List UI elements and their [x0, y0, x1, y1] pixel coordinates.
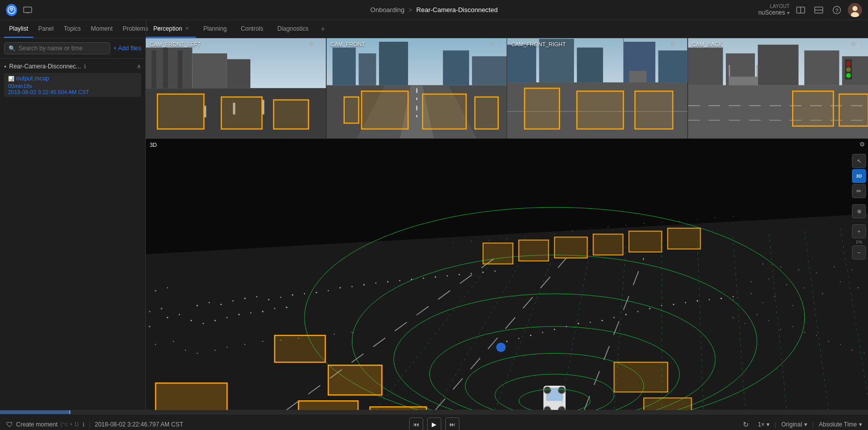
timeline-area[interactable]: [0, 410, 868, 414]
svg-point-144: [649, 308, 650, 309]
svg-point-134: [197, 353, 198, 354]
svg-point-81: [197, 305, 198, 306]
cam-back-settings-icon[interactable]: ⚙: [850, 40, 856, 48]
svg-point-235: [786, 284, 788, 286]
cam-menu-icon[interactable]: ⋮: [317, 40, 323, 48]
svg-rect-186: [554, 237, 587, 257]
playback-speed-control[interactable]: 1× ▾: [758, 421, 770, 428]
collapse-icon[interactable]: ∧: [137, 63, 141, 70]
create-moment-btn[interactable]: 🛡 Create moment (⌥ + 1): [6, 420, 78, 428]
cursor-tool-btn[interactable]: ↖: [852, 154, 866, 168]
svg-rect-21: [163, 48, 168, 89]
svg-point-265: [524, 236, 525, 237]
svg-point-124: [577, 323, 579, 324]
skip-back-btn[interactable]: ⏮: [409, 417, 423, 431]
cam-back-menu-icon[interactable]: ⋮: [858, 40, 865, 48]
svg-rect-59: [577, 91, 624, 129]
cam-front-menu-icon[interactable]: ⋮: [497, 40, 504, 48]
svg-rect-184: [483, 243, 513, 264]
layout-mode-2-icon[interactable]: [812, 3, 826, 17]
svg-point-84: [232, 300, 233, 301]
tab-controls[interactable]: Controls: [234, 20, 270, 38]
content-area: CAM_FRONT_LEFT ⚙ ⋮: [146, 38, 868, 410]
svg-point-231: [774, 296, 776, 298]
zoom-out-btn[interactable]: −: [852, 245, 866, 260]
tab-perception[interactable]: Perception ✕: [146, 20, 196, 38]
layout-mode-1-icon[interactable]: [794, 3, 808, 17]
svg-point-263: [715, 217, 716, 218]
cam-front-right-label: CAM_FRONT_RIGHT: [511, 41, 566, 47]
svg-point-255: [571, 230, 573, 232]
loop-icon[interactable]: ↻: [739, 417, 753, 431]
svg-point-232: [792, 305, 793, 306]
color-mode-select[interactable]: Original ▾: [781, 421, 807, 428]
play-pause-btn[interactable]: ▶: [427, 417, 441, 431]
screen-icon[interactable]: [21, 3, 34, 17]
svg-point-105: [351, 286, 352, 287]
camera-panel-front-left: CAM_FRONT_LEFT ⚙ ⋮: [146, 38, 327, 138]
view-3d-settings-icon[interactable]: ⚙: [859, 141, 865, 148]
svg-point-259: [643, 223, 645, 224]
svg-point-86: [256, 296, 257, 297]
search-input[interactable]: [19, 45, 106, 52]
cam-settings-icon[interactable]: ⚙: [309, 40, 315, 48]
layout-chevron-icon[interactable]: ▾: [787, 10, 790, 16]
right-toolbar: ↖ 3D ✏ ⊕ + 1% −: [852, 154, 866, 260]
svg-point-148: [697, 300, 698, 302]
target-tool-btn[interactable]: ⊕: [852, 204, 866, 218]
svg-point-119: [518, 338, 519, 339]
svg-point-12: [852, 6, 857, 11]
app-logo[interactable]: [6, 4, 17, 16]
info-circle-icon[interactable]: ℹ: [84, 63, 86, 70]
layout-label: LAYOUT: [770, 4, 790, 9]
layout-dropdown[interactable]: nuScenes ▾: [758, 9, 790, 16]
breadcrumb-parent[interactable]: Onboarding: [370, 6, 405, 14]
svg-point-149: [709, 299, 710, 300]
tab-planning[interactable]: Planning: [196, 20, 234, 38]
pencil-tool-btn[interactable]: ✏: [852, 184, 866, 198]
user-avatar[interactable]: [848, 3, 862, 17]
svg-point-133: [185, 350, 186, 351]
svg-point-230: [762, 302, 763, 303]
time-mode-select[interactable]: Absolute Time ▾: [819, 421, 862, 428]
cam-front-img: [327, 38, 507, 138]
svg-point-92: [328, 290, 329, 291]
tab-panel[interactable]: Panel: [33, 20, 59, 38]
breadcrumb-separator: >: [409, 6, 413, 14]
svg-point-157: [167, 287, 168, 289]
tab-playlist[interactable]: Playlist: [4, 20, 33, 38]
tab-diagnostics[interactable]: Diagnostics: [270, 20, 316, 38]
perception-tab-close[interactable]: ✕: [185, 26, 189, 31]
tab-topics[interactable]: Topics: [59, 20, 86, 38]
svg-rect-69: [756, 65, 757, 76]
cam-front-right-settings-icon[interactable]: ⚙: [670, 40, 676, 48]
skip-forward-btn[interactable]: ⏭: [445, 417, 459, 431]
3d-tool-btn[interactable]: 3D: [852, 169, 866, 183]
svg-rect-37: [472, 56, 507, 85]
svg-point-239: [857, 287, 859, 289]
svg-point-82: [209, 302, 210, 303]
cam-front-settings-icon[interactable]: ⚙: [489, 40, 495, 48]
cam-front-right-menu-icon[interactable]: ⋮: [678, 40, 685, 48]
svg-point-219: [828, 340, 829, 342]
info-icon[interactable]: ℹ: [82, 421, 85, 428]
add-panel-btn[interactable]: +: [316, 25, 330, 34]
file-item: 📊 output.mcap 00min19s 2018-08-02 3:22:4…: [4, 73, 141, 97]
zoom-level: 1%: [852, 239, 866, 244]
svg-rect-43: [474, 97, 498, 129]
svg-point-236: [804, 287, 805, 288]
svg-point-211: [732, 317, 734, 318]
panel-tabs: Perception ✕ Planning Controls Diagnosti…: [146, 20, 868, 38]
svg-point-162: [161, 308, 163, 310]
search-input-wrap[interactable]: 🔍: [4, 42, 110, 54]
zoom-in-btn[interactable]: +: [852, 224, 866, 238]
bottom-bar: 🛡 Create moment (⌥ + 1) ℹ | 2018-08-02 3…: [0, 414, 868, 430]
tab-moment[interactable]: Moment: [86, 20, 118, 38]
lidar-visualization: [146, 139, 868, 410]
svg-rect-68: [728, 65, 729, 76]
add-files-btn[interactable]: + Add files: [113, 45, 141, 52]
help-icon[interactable]: ?: [830, 3, 844, 17]
sidebar-section: ▪ Rear-Camera-Disconnec... ℹ ∧ 📊 output.…: [0, 59, 145, 103]
svg-point-150: [721, 298, 722, 299]
svg-point-103: [286, 307, 287, 308]
